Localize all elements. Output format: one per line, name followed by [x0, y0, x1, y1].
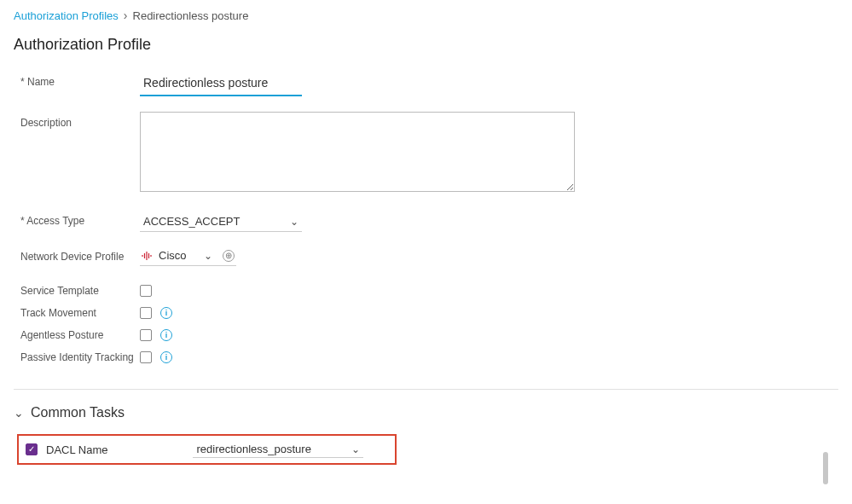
passive-identity-checkbox[interactable]	[140, 351, 152, 363]
description-row: Description	[20, 112, 832, 194]
ndp-row: Network Device Profile Cisco ⌄ ⊕	[20, 247, 832, 266]
access-type-label: * Access Type	[20, 210, 140, 227]
description-input[interactable]	[140, 112, 575, 192]
agentless-posture-label: Agentless Posture	[20, 329, 140, 341]
agentless-posture-checkbox[interactable]	[140, 329, 152, 341]
ndp-label: Network Device Profile	[20, 251, 140, 263]
form-area: * Name Description * Access Type ACCESS_…	[0, 71, 852, 363]
passive-identity-label: Passive Identity Tracking	[20, 351, 140, 363]
chevron-down-icon: ⌄	[14, 406, 24, 420]
description-label: Description	[20, 112, 140, 129]
chevron-down-icon: ⌄	[204, 250, 212, 262]
chevron-right-icon: ›	[124, 9, 128, 22]
service-template-row: Service Template	[20, 285, 832, 297]
dacl-name-label: DACL Name	[46, 443, 107, 456]
common-tasks-header[interactable]: ⌄ Common Tasks	[0, 405, 852, 434]
track-movement-row: Track Movement i	[20, 307, 832, 319]
chevron-down-icon: ⌄	[351, 443, 360, 455]
breadcrumb-current: Redirectionless posture	[133, 9, 249, 22]
name-input[interactable]	[140, 71, 302, 96]
breadcrumb: Authorization Profiles › Redirectionless…	[0, 0, 852, 31]
passive-identity-row: Passive Identity Tracking i	[20, 351, 832, 363]
info-icon[interactable]: i	[160, 307, 172, 319]
ndp-value: Cisco	[159, 249, 187, 262]
info-icon[interactable]: i	[160, 351, 172, 363]
scrollbar-thumb[interactable]	[823, 452, 828, 484]
track-movement-label: Track Movement	[20, 307, 140, 319]
common-tasks-title: Common Tasks	[31, 405, 125, 420]
name-label: * Name	[20, 71, 140, 88]
access-type-select[interactable]: ACCESS_ACCEPT ⌄	[140, 210, 302, 232]
name-row: * Name	[20, 71, 832, 96]
cisco-logo-icon	[142, 252, 154, 260]
section-divider	[14, 389, 838, 390]
access-type-value: ACCESS_ACCEPT	[143, 215, 290, 228]
ndp-select[interactable]: Cisco ⌄ ⊕	[140, 247, 236, 266]
dacl-name-value: redirectionless_posture	[196, 443, 351, 455]
dacl-name-row: ✓ DACL Name redirectionless_posture ⌄	[17, 434, 397, 465]
service-template-checkbox[interactable]	[140, 285, 152, 297]
info-icon[interactable]: i	[160, 329, 172, 341]
add-ndp-button[interactable]: ⊕	[223, 250, 235, 262]
track-movement-checkbox[interactable]	[140, 307, 152, 319]
agentless-posture-row: Agentless Posture i	[20, 329, 832, 341]
access-type-row: * Access Type ACCESS_ACCEPT ⌄	[20, 210, 832, 232]
dacl-name-checkbox[interactable]: ✓	[26, 443, 38, 455]
service-template-label: Service Template	[20, 285, 140, 297]
dacl-name-select[interactable]: redirectionless_posture ⌄	[193, 441, 363, 458]
chevron-down-icon: ⌄	[290, 216, 298, 228]
breadcrumb-parent-link[interactable]: Authorization Profiles	[14, 9, 119, 22]
page-title: Authorization Profile	[0, 31, 852, 71]
